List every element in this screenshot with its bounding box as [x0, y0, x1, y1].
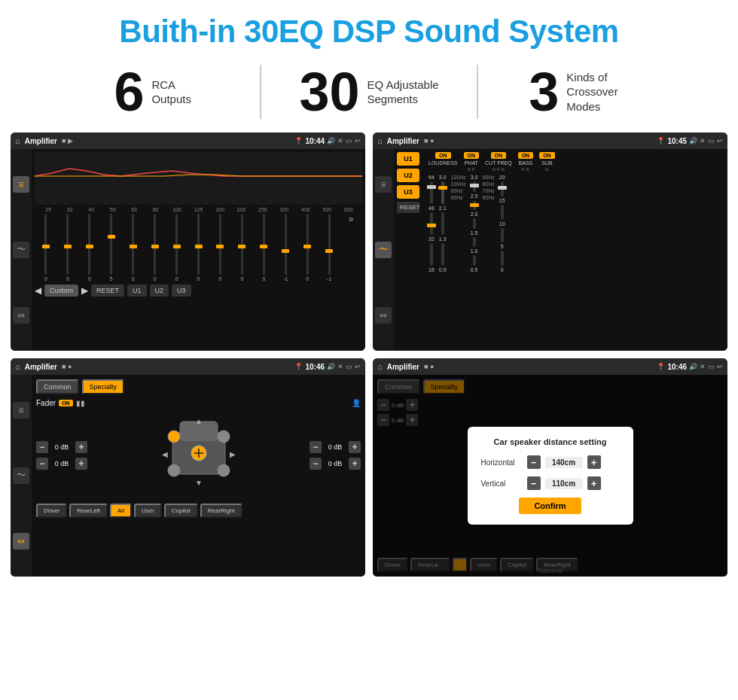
cutfreq-label: CUT FREQ	[485, 160, 512, 166]
car-diagram-container: ▲ ▼ ◀ ▶	[92, 410, 305, 501]
freq-630: 630	[338, 207, 359, 212]
u3-button[interactable]: U3	[397, 185, 419, 199]
common-tab[interactable]: Common	[36, 379, 79, 394]
bass-toggle[interactable]: ON BASS F G	[518, 152, 534, 172]
all-button[interactable]: All	[110, 504, 132, 518]
eq-home-icon[interactable]: ⌂	[15, 136, 20, 145]
eq-slider-5[interactable]: 0	[145, 214, 165, 282]
vol-plus-0[interactable]: +	[75, 441, 87, 453]
cv-freq-labels-bass: 90Hz 80Hz 70Hz 60Hz	[483, 175, 495, 272]
reset-small-button[interactable]: RESET	[397, 202, 419, 213]
eq-slider-4[interactable]: 0	[124, 214, 143, 282]
eq-slider-3[interactable]: 5	[102, 214, 121, 282]
eq-slider-expand[interactable]: »	[341, 214, 361, 282]
phat-toggle[interactable]: ON PHAT G F	[464, 152, 480, 172]
svg-point-5	[218, 431, 230, 443]
loudness-toggle[interactable]: ON LOUDNESS	[428, 152, 458, 172]
fader-back-icon[interactable]: ↩	[355, 363, 361, 370]
vol-plus-1[interactable]: +	[75, 458, 87, 470]
confirm-button[interactable]: Confirm	[519, 498, 581, 514]
u2-button[interactable]: U2	[397, 169, 419, 182]
cutfreq-sub: G F G	[493, 167, 505, 172]
fader-tabs: Common Specialty	[36, 379, 361, 394]
eq-content: ≡ 〜 ⇔	[11, 149, 365, 351]
vertical-minus-button[interactable]: −	[527, 476, 541, 490]
eq-slider-1[interactable]: 0	[58, 214, 78, 282]
copilot-button[interactable]: Copilot	[164, 504, 198, 518]
crossover-sidebar-balance[interactable]: ⇔	[375, 307, 392, 324]
cutfreq-toggle[interactable]: ON CUT FREQ G F G	[485, 152, 512, 172]
eq-prev-icon[interactable]: ◀	[35, 285, 41, 296]
crossover-sidebar-wave[interactable]: 〜	[375, 242, 392, 258]
fader-topbar: ⌂ Amplifier ■ ● 📍 10:46 🔊 ✕ ▭ ↩	[11, 358, 365, 375]
eq-window-icon: ▭	[346, 137, 352, 145]
eq-sidebar-wave-icon[interactable]: 〜	[13, 242, 29, 258]
eq-u1-button[interactable]: U1	[127, 285, 147, 297]
eq-custom-button[interactable]: Custom	[44, 285, 78, 297]
eq-back-icon[interactable]: ↩	[355, 137, 361, 145]
user-button[interactable]: User	[134, 504, 162, 518]
driver-button[interactable]: Driver	[36, 504, 67, 518]
vol-plus-3[interactable]: +	[349, 458, 361, 470]
eq-slider-6[interactable]: 0	[167, 214, 187, 282]
fader-sidebar-balance[interactable]: ⇔	[13, 533, 29, 549]
eq-u3-button[interactable]: U3	[172, 285, 191, 297]
sub-toggle[interactable]: ON SUB G	[539, 152, 555, 172]
eq-bottom-controls: ◀ Custom ▶ RESET U1 U2 U3	[35, 285, 362, 297]
crossover-home-icon[interactable]: ⌂	[377, 136, 383, 145]
cv-slider-phat[interactable]: 3.0 2.1 1.3 0.5	[439, 175, 447, 272]
eq-sidebar-balance-icon[interactable]: ⇔	[13, 307, 29, 324]
eq-slider-13[interactable]: -1	[319, 214, 339, 282]
fader-toggle-icon[interactable]: ▮▮	[76, 399, 85, 407]
vol-minus-1[interactable]: −	[36, 458, 48, 470]
eq-slider-11[interactable]: -1	[276, 214, 295, 282]
crossover-back-icon[interactable]: ↩	[717, 137, 723, 145]
horizontal-minus-button[interactable]: −	[527, 455, 541, 469]
crossover-sidebar-eq[interactable]: ≡	[375, 176, 392, 193]
stat-number-eq: 30	[299, 65, 359, 119]
sub-on-badge: ON	[539, 152, 555, 159]
specialty-tab[interactable]: Specialty	[82, 379, 125, 394]
u1-button[interactable]: U1	[397, 152, 419, 166]
horizontal-plus-button[interactable]: +	[587, 455, 601, 469]
fader-sidebar-eq[interactable]: ≡	[13, 402, 29, 418]
loudness-label: LOUDNESS	[428, 160, 458, 166]
eq-sidebar-eq-icon[interactable]: ≡	[13, 176, 29, 193]
fader-home-icon[interactable]: ⌂	[15, 362, 20, 371]
cv-slider-sub[interactable]: 20 15 10 5 0	[499, 175, 505, 272]
freq-125: 125	[188, 207, 209, 212]
freq-400: 400	[295, 207, 316, 212]
distance-back-icon[interactable]: ↩	[717, 363, 723, 370]
eq-slider-12[interactable]: 0	[297, 214, 317, 282]
eq-next-icon[interactable]: ▶	[81, 285, 88, 296]
crossover-inner: U1 U2 U3 RESET ON LOUDNESS	[397, 152, 724, 272]
eq-slider-8[interactable]: 0	[211, 214, 230, 282]
svg-point-4	[168, 431, 180, 443]
cv-slider-loudness[interactable]: 64 48 32 16	[428, 175, 435, 272]
eq-slider-10[interactable]: 0	[254, 214, 273, 282]
stat-eq: 30 EQ AdjustableSegments	[261, 65, 477, 119]
cv-slider-bass[interactable]: 3.0 2.5 2.0 1.5 1.0 0.5	[471, 175, 478, 272]
bass-label: BASS	[519, 160, 533, 166]
vertical-plus-button[interactable]: +	[587, 476, 601, 490]
eq-slider-2[interactable]: 0	[80, 214, 99, 282]
stat-rca: 6 RCAOutputs	[45, 65, 261, 119]
stat-label-eq: EQ AdjustableSegments	[367, 78, 439, 107]
distance-home-icon[interactable]: ⌂	[377, 362, 383, 371]
fader-left-vol-controls: − 0 dB + − 0 dB +	[36, 441, 87, 470]
vol-minus-3[interactable]: −	[310, 458, 322, 470]
rearleft-button[interactable]: RearLeft	[69, 504, 108, 518]
rearright-button[interactable]: RearRight	[200, 504, 242, 518]
eq-slider-7[interactable]: 0	[189, 214, 209, 282]
eq-u2-button[interactable]: U2	[150, 285, 169, 297]
vol-minus-2[interactable]: −	[310, 441, 322, 453]
vol-row-2: − 0 dB +	[310, 441, 361, 453]
fader-x-icon: ✕	[337, 363, 343, 370]
bass-on-badge: ON	[518, 152, 534, 159]
fader-sidebar-wave[interactable]: 〜	[13, 467, 29, 484]
eq-slider-0[interactable]: 0	[36, 214, 56, 282]
eq-reset-button[interactable]: RESET	[91, 285, 124, 297]
vol-minus-0[interactable]: −	[36, 441, 48, 453]
vol-plus-2[interactable]: +	[349, 441, 361, 453]
eq-slider-9[interactable]: 0	[232, 214, 252, 282]
